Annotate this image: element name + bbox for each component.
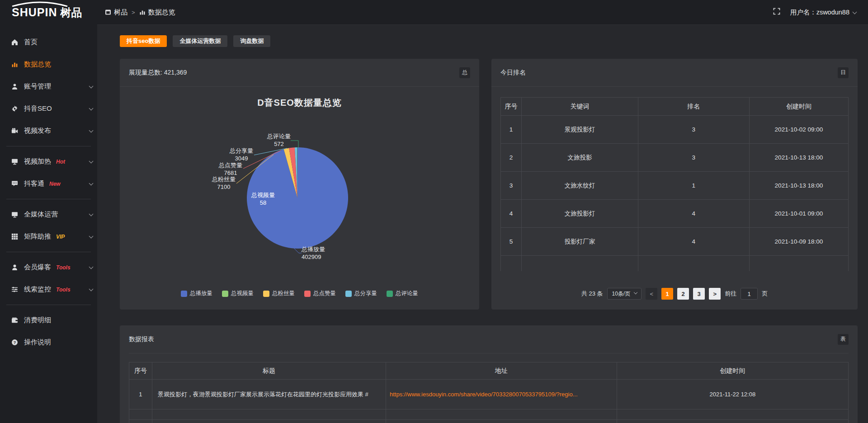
seo-chart-panel: 展现量总数: 421,369 总 D音SEO数据量总览 总评论量572 总分享 <box>120 59 479 310</box>
chevron-down-icon <box>89 287 94 291</box>
sidebar-item-label: 全媒体运营 <box>24 210 58 219</box>
sidebar-item-label: 数据总览 <box>24 60 51 69</box>
sidebar-item-label: 账号管理 <box>24 82 51 91</box>
prev-page-button[interactable]: < <box>646 288 657 300</box>
tab-douyin-seo-data[interactable]: 抖音seo数据 <box>120 35 167 47</box>
legend-item-fans[interactable]: 总粉丝量 <box>263 290 295 297</box>
legend-item-plays[interactable]: 总播放量 <box>181 290 212 297</box>
sidebar-item-home[interactable]: 首页 <box>0 31 97 53</box>
report-title: 数据报表 <box>129 335 154 343</box>
page-button-1[interactable]: 1 <box>661 288 673 300</box>
sidebar-item-video-heat[interactable]: 视频加热 Hot <box>0 150 97 173</box>
tools-badge: Tools <box>56 287 71 293</box>
logo-text-secondary: 树品 <box>60 5 82 20</box>
legend-label: 总分享量 <box>354 290 377 297</box>
user-menu[interactable]: 用户名：zswodun88 <box>790 8 856 17</box>
sidebar-item-label: 消费明细 <box>24 316 51 324</box>
col-title: 标题 <box>152 362 386 380</box>
home-icon <box>11 39 18 46</box>
sidebar-item-douyin-seo[interactable]: 抖音SEO <box>0 98 97 120</box>
legend-item-shares[interactable]: 总分享量 <box>345 290 377 297</box>
tab-inquiry-data[interactable]: 询盘数据 <box>233 35 270 47</box>
sidebar-divider <box>6 305 91 305</box>
table-row: 2文旅投影32021-10-13 18:00 <box>501 144 849 172</box>
legend-swatch <box>263 291 269 297</box>
sidebar-divider <box>6 252 91 252</box>
pie-label-plays: 总播放量402909 <box>302 245 351 261</box>
col-url: 地址 <box>386 362 617 380</box>
table-row: 3文旅水纹灯12021-10-13 18:00 <box>501 172 849 200</box>
tab-omnimedia-data[interactable]: 全媒体运营数据 <box>173 35 227 47</box>
sidebar-item-video-publish[interactable]: 视频发布 <box>0 120 97 142</box>
sidebar-item-label: 首页 <box>24 38 38 47</box>
sidebar-item-member-baoke[interactable]: 会员爆客 Tools <box>0 256 97 278</box>
chart-title: D音SEO数据量总览 <box>120 97 479 109</box>
sidebar-item-omnimedia[interactable]: 全媒体运营 <box>0 203 97 226</box>
table-row: 4文旅投影灯42021-10-01 09:00 <box>501 200 849 228</box>
app-window-icon <box>105 9 111 15</box>
goto-unit: 页 <box>762 290 768 298</box>
user-icon <box>11 83 18 90</box>
vip-badge: VIP <box>56 234 65 240</box>
page-button-2[interactable]: 2 <box>677 288 689 300</box>
sidebar-item-consumption[interactable]: 消费明细 <box>0 309 97 331</box>
pie-label-videos: 总视频量58 <box>243 191 283 207</box>
video-url-link[interactable]: https://www.iesdouyin.com/share/video/70… <box>390 391 613 398</box>
sidebar-item-data-overview[interactable]: 数据总览 <box>0 53 97 75</box>
legend-label: 总点赞量 <box>313 290 336 297</box>
panels-row: 展现量总数: 421,369 总 D音SEO数据量总览 总评论量572 总分享 <box>120 59 858 310</box>
data-report-panel: 数据报表 表 序号 标题 地址 创建时间 1 景观投影灯，夜游景观投影灯厂家展示… <box>120 325 858 423</box>
bar-chart-icon <box>11 61 18 68</box>
created-time-cell: 2021-11-22 12:08 <box>617 380 848 409</box>
chart-legend: 总播放量 总视频量 总粉丝量 总点赞量 总分享量 总评论量 <box>120 290 479 297</box>
sidebar-divider <box>6 199 91 199</box>
username: 用户名：zswodun88 <box>790 8 849 17</box>
table-row: 5投影灯厂家42021-10-09 18:00 <box>501 228 849 256</box>
sidebar-item-label: 抖客通 <box>24 179 44 188</box>
sidebar-item-lead-monitor[interactable]: 线索监控 Tools <box>0 278 97 301</box>
chevron-down-icon <box>89 212 94 216</box>
chevron-down-icon <box>89 264 94 269</box>
day-badge-button[interactable]: 日 <box>838 67 849 78</box>
sidebar-item-label: 抖音SEO <box>24 104 52 113</box>
breadcrumb: 树品 > 数据总览 <box>105 8 175 17</box>
chevron-down-icon <box>89 84 94 88</box>
svg-text:?: ? <box>14 340 16 345</box>
sidebar-item-douketong[interactable]: 抖客通 New <box>0 173 97 195</box>
legend-swatch <box>222 291 228 297</box>
report-panel-header: 数据报表 表 <box>129 325 849 353</box>
sidebar-item-label: 操作说明 <box>24 338 51 347</box>
col-created: 创建时间 <box>617 362 848 380</box>
monitor-icon <box>11 211 18 218</box>
goto-page-input[interactable]: 1 <box>741 288 758 300</box>
data-tabs: 抖音seo数据 全媒体运营数据 询盘数据 <box>120 35 858 47</box>
sidebar-item-instructions[interactable]: ? 操作说明 <box>0 331 97 353</box>
table-badge-button[interactable]: 表 <box>838 334 849 345</box>
main-content: 抖音seo数据 全媒体运营数据 询盘数据 展现量总数: 421,369 总 D音… <box>97 25 868 423</box>
breadcrumb-item-data-overview[interactable]: 数据总览 <box>139 8 175 17</box>
ranking-table: 序号 关键词 排名 创建时间 1景观投影灯32021-10-02 09:00 2… <box>500 97 849 271</box>
legend-item-videos[interactable]: 总视频量 <box>222 290 254 297</box>
today-ranking-panel: 今日排名 日 序号 关键词 排名 创建时间 1景观投影灯32021-10-02 … <box>491 59 858 310</box>
new-badge: New <box>49 181 61 187</box>
page-size-select[interactable]: 10条/页 <box>607 288 642 300</box>
table-row-clipped <box>129 420 849 423</box>
table-header-row: 序号 关键词 排名 创建时间 <box>501 98 849 116</box>
breadcrumb-item-shupin[interactable]: 树品 <box>105 8 127 17</box>
chevron-down-icon <box>634 291 637 294</box>
sidebar-item-matrix-boost[interactable]: 矩阵助推 VIP <box>0 226 97 248</box>
goto-label: 前往 <box>725 290 736 298</box>
legend-item-likes[interactable]: 总点赞量 <box>304 290 336 297</box>
sidebar-item-account[interactable]: 账号管理 <box>0 75 97 98</box>
legend-label: 总视频量 <box>231 290 254 297</box>
pagination-total: 共 23 条 <box>581 290 603 298</box>
legend-label: 总播放量 <box>190 290 212 297</box>
col-keyword: 关键词 <box>522 98 638 116</box>
legend-item-comments[interactable]: 总评论量 <box>387 290 418 297</box>
chevron-down-icon <box>89 128 94 132</box>
next-page-button[interactable]: > <box>709 288 721 300</box>
page-button-3[interactable]: 3 <box>693 288 705 300</box>
ranking-panel-header: 今日排名 日 <box>491 59 858 87</box>
gear-icon <box>11 105 18 112</box>
fullscreen-icon[interactable] <box>773 8 780 17</box>
